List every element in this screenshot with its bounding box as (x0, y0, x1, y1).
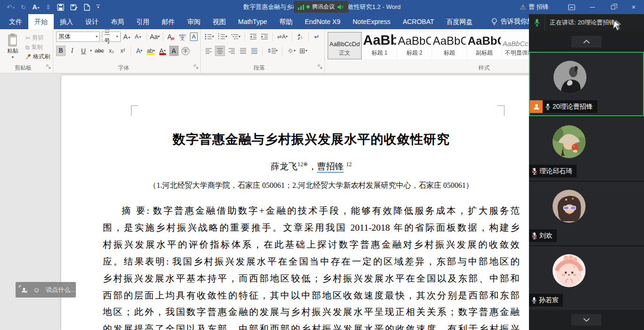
enclose-characters-button[interactable]: 字 (181, 46, 190, 56)
sort-button[interactable]: AZ↓ (296, 32, 305, 42)
participant-tile[interactable]: 刘欢 (529, 181, 644, 245)
paper-abstract: 摘 要: 数字普惠金融借助数字+金融的技术手段，能够有效降低服务成本，扩大服务范… (103, 202, 520, 330)
text-effects-button[interactable]: A▾ (134, 46, 144, 56)
underline-button[interactable]: U (79, 46, 88, 56)
tab-noteexpress[interactable]: NoteExpress (347, 14, 396, 29)
distribute-icon (251, 48, 258, 54)
member-view-icon[interactable] (19, 285, 27, 295)
meeting-status-dot (306, 5, 310, 8)
character-border-button[interactable]: A (189, 32, 198, 42)
shading-button[interactable]: ▾ (286, 46, 297, 56)
multilevel-list-button[interactable]: ▾ (230, 32, 241, 42)
align-right-icon (228, 48, 235, 54)
clipboard-dialog-launcher[interactable] (46, 63, 51, 71)
chevron-down-icon[interactable] (571, 314, 602, 326)
author-2: 曹招锋 (317, 161, 344, 173)
paper-authors: 薛龙飞12※，曹招锋 12 (103, 161, 520, 173)
tab-design[interactable]: 设计 (79, 14, 105, 29)
tab-layout[interactable]: 布局 (105, 14, 130, 29)
character-shading-button[interactable]: A (169, 46, 179, 56)
align-center-button[interactable] (215, 46, 225, 56)
chevron-up-icon[interactable] (571, 36, 602, 48)
increase-indent-button[interactable] (260, 32, 269, 42)
grow-font-button[interactable]: A▲ (123, 32, 132, 42)
tencent-meeting-pill[interactable]: 腾讯会议 (294, 1, 348, 13)
tab-file[interactable]: 文件 (3, 14, 28, 29)
meeting-chat-bar[interactable]: ☺ 说点什么... (16, 282, 76, 298)
change-case-button[interactable]: Aa▾ (150, 32, 159, 42)
copy-button[interactable]: ⧉复制 (25, 43, 50, 51)
tab-baidu-netdisk[interactable]: 百度网盘 (440, 14, 479, 29)
paste-button[interactable]: 粘贴 ▾ (3, 32, 23, 64)
participant-tile[interactable]: 孙若宸 (529, 245, 644, 310)
mic-muted-icon (531, 232, 537, 240)
tab-references[interactable]: 引用 (130, 14, 156, 29)
asian-layout-button[interactable]: ⇌A▾ (276, 32, 289, 42)
justify-button[interactable] (238, 46, 248, 56)
eraser-icon (171, 36, 175, 40)
tab-home[interactable]: 开始 (28, 14, 54, 29)
font-color-button[interactable]: A▾ (158, 46, 167, 56)
shrink-font-button[interactable]: A▼ (134, 32, 143, 42)
distribute-button[interactable] (249, 46, 259, 56)
paragraph-dialog-launcher[interactable] (318, 63, 322, 71)
cut-button[interactable]: ✂剪切 (25, 34, 50, 42)
chat-input-placeholder[interactable]: 说点什么... (46, 286, 75, 294)
clear-formatting-button[interactable]: A (166, 32, 176, 42)
participant-tile[interactable]: 20理论曹招锋 (529, 52, 644, 116)
highlight-color-button[interactable]: ab▾ (146, 46, 156, 56)
align-left-button[interactable] (204, 46, 213, 56)
tab-endnote[interactable]: EndNote X9 (298, 14, 347, 29)
tab-acrobat[interactable]: ACROBAT (396, 14, 440, 29)
tencent-meeting-panel: 正在讲话: 20理论曹招锋; 20理论曹招锋 (529, 14, 644, 330)
copy-icon: ⧉ (25, 44, 30, 51)
style-heading2[interactable]: AaBbC 标题 2 (397, 32, 431, 59)
tab-review[interactable]: 审阅 (181, 14, 206, 29)
participant-tile[interactable]: 理论邱石琦 (529, 116, 644, 181)
borders-button[interactable]: ⊞▾ (298, 46, 308, 56)
restore-button[interactable] (603, 0, 623, 14)
paper-affiliation: （1.河北经贸大学商学院，石家庄 050061；2.河北经贸大学新农村发展研究中… (103, 181, 520, 191)
abstract-line: 地区；此外，我国数字普惠金融的发展与乡村振兴发展水平呈现正相关关系；数字普惠金融 (103, 304, 520, 321)
decrease-indent-button[interactable] (248, 32, 258, 42)
strikethrough-button[interactable]: abc (94, 46, 105, 56)
style-title[interactable]: AaBbC 标题 (432, 32, 466, 59)
participants-scroll-up[interactable] (529, 31, 644, 52)
style-normal[interactable]: AaBbCcDd 正文 (328, 32, 362, 59)
ribbon-display-options-button[interactable] (561, 0, 582, 14)
font-size-select[interactable]: 三号▾ (102, 32, 121, 42)
bullets-button[interactable]: ▾ (204, 32, 215, 42)
show-marks-button[interactable]: ↵ (312, 32, 322, 42)
clipboard-icon (7, 33, 18, 47)
style-subtitle[interactable]: AaBbC 副标题 (467, 32, 501, 59)
minimize-button[interactable] (582, 0, 603, 14)
tab-help[interactable]: 帮助 (273, 14, 298, 29)
italic-button[interactable]: I (67, 46, 77, 56)
tab-view[interactable]: 视图 (206, 14, 232, 29)
mic-muted-icon (531, 168, 537, 175)
titlebar-right: ⚠ 曹 招锋 × (520, 0, 644, 14)
font-dialog-launcher[interactable] (194, 63, 198, 71)
emoji-icon[interactable]: ☺ (33, 286, 40, 294)
phonetic-guide-button[interactable]: wén文 (178, 32, 187, 42)
font-name-select[interactable]: 黑体▾ (56, 32, 100, 42)
line-spacing-button[interactable]: ⇕▾ (266, 46, 279, 56)
account-area[interactable]: ⚠ 曹 招锋 (520, 3, 549, 11)
brush-icon (25, 54, 31, 60)
align-right-button[interactable] (227, 46, 236, 56)
mic-on-icon (545, 103, 551, 111)
numbering-button[interactable]: ▾ (217, 32, 228, 42)
close-button[interactable]: × (623, 0, 644, 14)
tab-mailings[interactable]: 邮件 (156, 14, 181, 29)
tab-insert[interactable]: 插入 (54, 14, 79, 29)
superscript-button[interactable]: x² (118, 46, 127, 56)
subscript-button[interactable]: x₂ (107, 46, 116, 56)
document-page[interactable]: 数字普惠金融与乡村振兴发展水平的收敛性研究 薛龙飞12※，曹招锋 12 （1.河… (61, 75, 580, 330)
account-user-name: 曹 招锋 (528, 3, 549, 11)
format-painter-button[interactable]: 格式刷 (25, 53, 50, 61)
participants-scroll-down[interactable] (529, 310, 644, 330)
bold-button[interactable]: B (56, 46, 66, 56)
tab-mathtype[interactable]: MathType (232, 14, 273, 29)
style-heading1[interactable]: AaBb 标题 1 (363, 32, 396, 59)
decrease-indent-icon (249, 33, 257, 40)
